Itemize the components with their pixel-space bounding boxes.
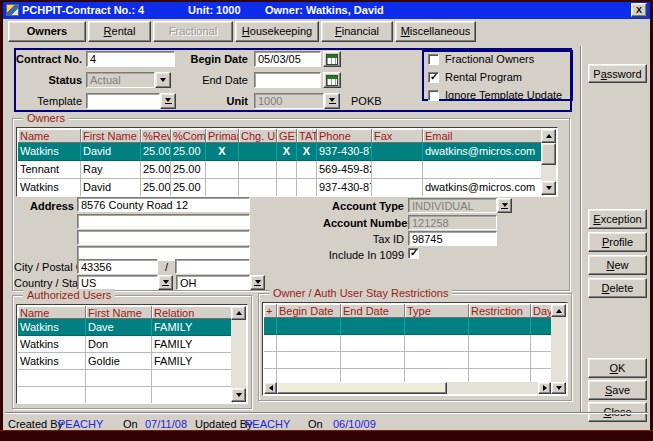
password-button[interactable]: Password	[588, 64, 647, 83]
account-number-field: 121258	[408, 215, 497, 230]
table-row[interactable]: WatkinsDavid25.0025.00937-430-8741dwatki…	[18, 179, 543, 197]
cell	[239, 143, 277, 161]
title-bar: PCHPIT-Contract No.: 4 Unit: 1000 Owner:…	[3, 2, 650, 19]
state-field[interactable]: OH	[176, 275, 250, 290]
header-cell: +	[264, 304, 277, 318]
table-row[interactable]: WatkinsDavid25.0025.00XXX937-430-8741dwa…	[18, 143, 543, 161]
table-row[interactable]	[264, 335, 553, 352]
stay-restrictions-vscrollbar[interactable]	[551, 304, 566, 382]
table-row[interactable]	[18, 370, 233, 387]
scroll-up-button[interactable]	[231, 306, 246, 320]
new-button[interactable]: New	[588, 255, 647, 275]
scrollbar-thumb[interactable]	[277, 382, 447, 394]
created-on-label: On	[123, 418, 138, 430]
contract-no-field[interactable]: 4	[86, 51, 175, 67]
authorized-users-table: NameFirst NameRelationWatkinsDaveFAMILYW…	[16, 304, 248, 404]
created-by-label: Created By	[8, 418, 63, 430]
header-cell: Relation	[152, 306, 233, 319]
scroll-down-button[interactable]	[231, 388, 246, 402]
scroll-right-icon	[543, 385, 547, 391]
cell	[86, 387, 152, 404]
address-label: Address	[14, 200, 74, 213]
owners-vertical-scrollbar[interactable]	[541, 129, 556, 195]
scroll-down-icon	[236, 393, 242, 397]
template-field[interactable]	[86, 93, 160, 109]
table-row[interactable]: TennantRay25.0025.00569-459-8213	[18, 161, 543, 179]
rental-program-checkbox[interactable]	[428, 72, 439, 83]
cell: X	[277, 143, 297, 161]
end-date-field[interactable]	[254, 72, 321, 88]
address-line2-field[interactable]	[77, 214, 250, 229]
app-window: PCHPIT-Contract No.: 4 Unit: 1000 Owner:…	[0, 0, 653, 441]
scroll-up-button[interactable]	[541, 129, 556, 143]
country-field[interactable]: US	[77, 275, 158, 290]
tab-financial[interactable]: Financial	[321, 21, 393, 42]
ok-button[interactable]: OK	[588, 358, 647, 378]
scroll-up-button[interactable]	[551, 304, 566, 317]
table-row[interactable]: WatkinsGoldieFAMILY	[18, 353, 233, 370]
cell	[405, 318, 469, 335]
end-date-calendar-button[interactable]	[323, 72, 341, 88]
scroll-down-button[interactable]	[551, 382, 566, 394]
cell	[277, 335, 341, 352]
country-lov-button[interactable]	[158, 275, 173, 290]
scroll-right-button[interactable]	[538, 382, 551, 394]
owners-group-title: Owners	[23, 112, 69, 125]
header-cell: GET	[277, 129, 297, 143]
include-1099-checkbox[interactable]	[408, 248, 419, 259]
cell: Tennant	[18, 161, 81, 179]
tab-miscellaneous[interactable]: Miscellaneous	[395, 21, 476, 42]
owners-table: NameFirst Name%Rev.%CommPrimaryChg. Unit…	[16, 127, 558, 197]
scroll-up-icon	[546, 134, 552, 138]
tab-housekeeping[interactable]: Housekeeping	[235, 21, 319, 42]
scrollbar-thumb[interactable]	[541, 143, 556, 165]
authorized-users-scrollbar[interactable]	[231, 306, 246, 402]
tax-id-field[interactable]: 98745	[408, 231, 497, 246]
cell: 569-459-8213	[317, 161, 372, 179]
table-row[interactable]: WatkinsDaveFAMILY	[18, 319, 233, 336]
cell	[341, 335, 405, 352]
authorized-users-table-data: NameFirst NameRelationWatkinsDaveFAMILYW…	[18, 306, 233, 404]
tab-owners[interactable]: Owners	[8, 21, 86, 42]
template-label: Template	[13, 95, 82, 108]
cell	[469, 318, 531, 335]
begin-date-calendar-button[interactable]	[323, 51, 341, 67]
status-dropdown-button	[155, 72, 171, 88]
cell: Ray	[81, 161, 141, 179]
ignore-template-update-checkbox[interactable]	[428, 90, 439, 101]
cell: Dave	[86, 319, 152, 336]
scroll-down-button[interactable]	[541, 181, 556, 195]
profile-button[interactable]: Profile	[588, 232, 647, 252]
tab-rental[interactable]: Rental	[88, 21, 151, 42]
account-number-label: Account Number	[323, 217, 404, 230]
table-header-row: NameFirst NameRelation	[18, 306, 233, 319]
cell: Watkins	[18, 179, 81, 197]
cell	[239, 179, 277, 197]
header-cell: End Date	[341, 304, 405, 318]
cell	[206, 161, 239, 179]
table-row[interactable]: WatkinsDonFAMILY	[18, 336, 233, 353]
header-cell: First Name	[81, 129, 141, 143]
fractional-owners-checkbox[interactable]	[428, 54, 439, 65]
header-cell: Fax	[372, 129, 423, 143]
address-line3-field[interactable]	[77, 230, 250, 245]
close-button[interactable]: X	[631, 3, 647, 17]
main-content: OwnersRentalFractionalHousekeepingFinanc…	[3, 19, 650, 430]
rental-program-checkbox-row: Rental Program	[428, 68, 562, 86]
delete-button[interactable]: Delete	[588, 278, 647, 298]
cell	[239, 161, 277, 179]
scroll-left-button[interactable]	[264, 382, 277, 394]
stay-restrictions-hscrollbar[interactable]	[264, 382, 551, 394]
begin-date-field[interactable]: 05/03/05	[254, 51, 321, 67]
header-cell: Email	[423, 129, 543, 143]
table-row[interactable]	[264, 352, 553, 369]
exception-button[interactable]: Exception	[588, 209, 647, 229]
cell: 25.00	[141, 179, 171, 197]
table-row[interactable]	[18, 387, 233, 404]
state-lov-button[interactable]	[250, 275, 265, 290]
city-field[interactable]: 43356	[77, 259, 158, 274]
address-line1-field[interactable]: 8576 County Road 12	[77, 197, 250, 212]
save-button[interactable]: Save	[588, 380, 647, 400]
table-row[interactable]	[264, 318, 553, 335]
postal-code-field[interactable]	[175, 259, 250, 274]
